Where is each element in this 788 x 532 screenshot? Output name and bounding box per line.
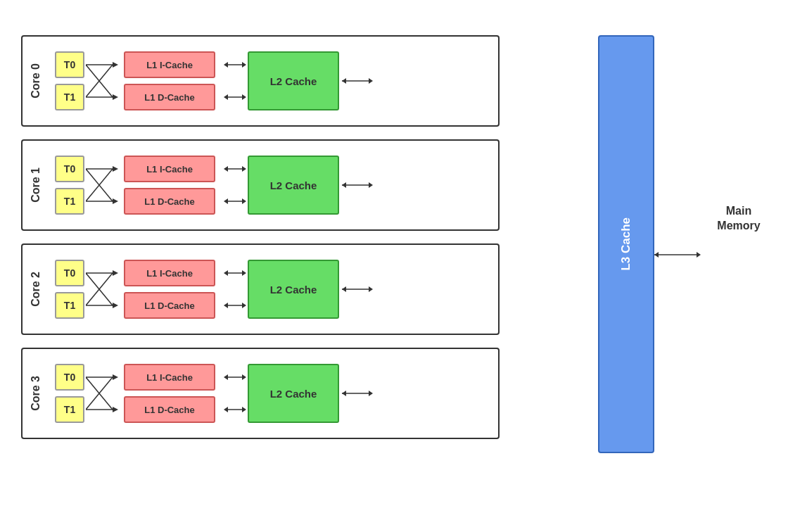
svg-marker-59 [342,391,346,396]
core-1-l2-l3-arrow [341,156,377,215]
core-1-l2-cache: L2 Cache [248,156,339,215]
svg-marker-23 [224,166,228,172]
core-1-cross-arrows [86,156,122,215]
svg-marker-37 [242,270,246,276]
core-3-cross-arrows [86,364,122,423]
core-1-l1-caches: L1 I-Cache L1 D-Cache [124,156,215,215]
svg-marker-43 [369,286,373,292]
svg-marker-53 [224,374,228,380]
core-2-inner: T0 T1 L1 I-Cache L1 D-Cache [55,260,488,319]
core-1-l1-l2-arrows [224,156,248,215]
core-3-box: Core 3 T0 T1 L1 I-Cache L1 D-Cache [21,348,500,439]
core-2-box: Core 2 T0 T1 L1 I-Cache L1 D-Cache [21,243,500,335]
svg-marker-61 [697,252,701,258]
svg-marker-22 [242,166,246,172]
core-0-box: Core 0 T0 T1 [21,35,500,127]
core-0-l2-l3-arrow [341,51,377,110]
core-0-threads: T0 T1 [55,51,84,110]
core-1-t1: T1 [55,188,84,215]
core-0-t1: T1 [55,84,84,110]
svg-marker-11 [224,94,228,100]
core-0-l1-l2-arrows [224,51,248,110]
main-memory-label: MainMemory [717,205,760,232]
core-0-l1-icache: L1 I-Cache [124,51,215,78]
svg-marker-38 [224,270,228,276]
svg-marker-14 [342,78,346,84]
svg-marker-1 [113,62,118,68]
l3-main-memory-arrow [654,244,711,265]
core-3-t0: T0 [55,364,84,391]
core-3-l1-caches: L1 I-Cache L1 D-Cache [124,364,215,423]
core-1-threads: T0 T1 [55,156,84,215]
svg-marker-44 [342,286,346,292]
l3-cache-label: L3 Cache [619,217,633,271]
core-2-t0: T0 [55,260,84,286]
svg-marker-7 [242,62,246,68]
cores-column: Core 0 T0 T1 [21,35,500,439]
core-2-cross-arrows [86,260,122,319]
svg-marker-58 [369,391,373,396]
core-2-l1-l2-arrows [224,260,248,319]
core-3-l1-icache: L1 I-Cache [124,364,215,391]
core-0-label: Core 0 [30,63,42,99]
core-2-l1-icache: L1 I-Cache [124,260,215,286]
svg-marker-56 [224,407,228,412]
core-0-inner: T0 T1 L1 I-Cache [55,51,488,110]
l3-cache-box: L3 Cache [598,35,654,453]
diagram-container: Core 0 T0 T1 [21,14,767,521]
core-3-t1: T1 [55,396,84,423]
core-3-l1-dcache: L1 D-Cache [124,396,215,423]
svg-marker-3 [113,94,118,100]
svg-marker-18 [113,198,118,204]
svg-marker-25 [242,198,246,204]
core-1-t0: T0 [55,156,84,182]
svg-marker-55 [242,407,246,412]
svg-marker-10 [242,94,246,100]
core-0-l2-cache: L2 Cache [248,51,339,110]
svg-marker-29 [342,182,346,188]
svg-marker-31 [113,270,118,276]
core-2-label: Core 2 [30,272,42,307]
svg-marker-26 [224,198,228,204]
core-2-threads: T0 T1 [55,260,84,319]
core-1-l1-dcache: L1 D-Cache [124,188,215,215]
core-1-box: Core 1 T0 T1 L1 I-Cache L1 D-Cache [21,139,500,231]
core-0-cross-arrows [86,51,122,110]
core-2-l1-caches: L1 I-Cache L1 D-Cache [124,260,215,319]
svg-marker-16 [113,166,118,172]
core-3-l1-l2-arrows [224,364,248,423]
svg-marker-8 [224,62,228,68]
core-1-inner: T0 T1 L1 I-Cache L1 D-Cache [55,156,488,215]
svg-marker-40 [242,303,246,308]
core-2-l2-l3-arrow [341,260,377,319]
core-0-t0: T0 [55,51,84,78]
svg-marker-33 [113,303,118,308]
core-2-l2-cache: L2 Cache [248,260,339,319]
core-0-l1-caches: L1 I-Cache L1 D-Cache [124,51,215,110]
svg-marker-52 [242,374,246,380]
core-3-label: Core 3 [30,376,42,411]
core-1-label: Core 1 [30,167,42,203]
core-3-l2-l3-arrow [341,364,377,423]
core-1-l1-icache: L1 I-Cache [124,156,215,182]
svg-marker-13 [369,78,373,84]
core-3-inner: T0 T1 L1 I-Cache L1 D-Cache [55,364,488,423]
core-2-t1: T1 [55,292,84,319]
svg-marker-41 [224,303,228,308]
svg-marker-46 [113,374,118,380]
svg-marker-28 [369,182,373,188]
main-memory-box: MainMemory [711,204,767,234]
svg-marker-48 [113,407,118,412]
core-2-l1-dcache: L1 D-Cache [124,292,215,319]
core-0-l1-dcache: L1 D-Cache [124,84,215,110]
svg-marker-62 [654,252,659,258]
core-3-threads: T0 T1 [55,364,84,423]
core-3-l2-cache: L2 Cache [248,364,339,423]
